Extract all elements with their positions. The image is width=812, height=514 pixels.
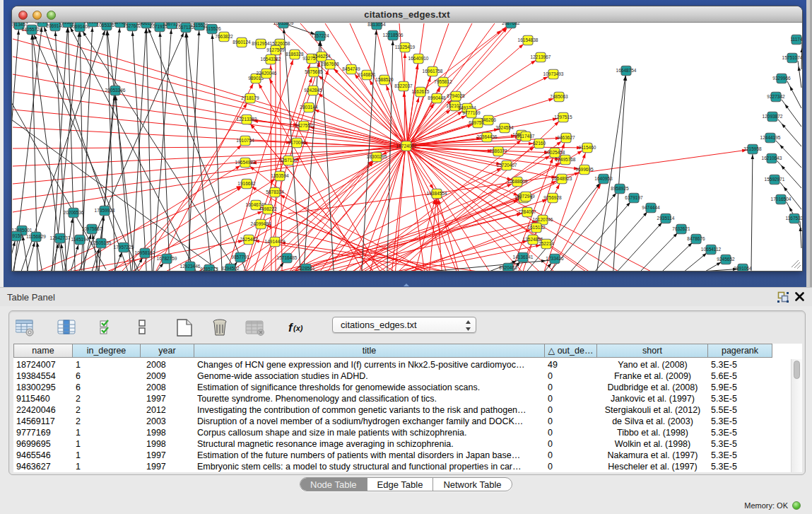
svg-text:9242845: 9242845 <box>304 88 322 93</box>
svg-text:10975867: 10975867 <box>82 226 102 231</box>
svg-text:8990448: 8990448 <box>428 95 446 100</box>
svg-text:20364436: 20364436 <box>477 134 498 139</box>
svg-text:8958925: 8958925 <box>611 186 629 191</box>
svg-text:16543382: 16543382 <box>261 57 281 62</box>
svg-text:12218506: 12218506 <box>383 33 404 37</box>
svg-text:17016504: 17016504 <box>771 197 792 201</box>
svg-text:11325419: 11325419 <box>395 45 416 49</box>
svg-text:24099484: 24099484 <box>251 221 271 226</box>
svg-text:5875685: 5875685 <box>305 69 323 74</box>
svg-text:12444195: 12444195 <box>760 135 781 140</box>
svg-text:8322037: 8322037 <box>394 83 413 88</box>
svg-text:16210643: 16210643 <box>762 156 782 160</box>
svg-text:1145194: 1145194 <box>71 237 89 242</box>
svg-text:15720407: 15720407 <box>497 163 517 168</box>
svg-text:16961758: 16961758 <box>423 69 443 74</box>
svg-text:10958107: 10958107 <box>135 250 155 255</box>
svg-text:8427552: 8427552 <box>295 123 313 128</box>
svg-text:3215958: 3215958 <box>743 146 762 151</box>
svg-text:9699695: 9699695 <box>575 167 594 172</box>
svg-text:7625402: 7625402 <box>240 237 258 242</box>
svg-text:11174: 11174 <box>790 37 802 42</box>
svg-text:5878334: 5878334 <box>266 189 284 194</box>
svg-text:39159: 39159 <box>12 233 23 238</box>
svg-text:15592971: 15592971 <box>765 177 785 182</box>
svg-text:7284067: 7284067 <box>518 209 536 214</box>
svg-text:10688609: 10688609 <box>507 179 528 184</box>
svg-text:2935114: 2935114 <box>657 216 675 221</box>
svg-text:23420046: 23420046 <box>257 71 277 76</box>
svg-text:1353594: 1353594 <box>271 173 289 178</box>
svg-text:7386372: 7386372 <box>489 148 507 153</box>
svg-text:9117487: 9117487 <box>517 134 535 139</box>
svg-text:62160: 62160 <box>533 141 546 146</box>
svg-text:16033809: 16033809 <box>273 23 294 25</box>
svg-text:252214: 252214 <box>539 241 554 246</box>
svg-text:12942737: 12942737 <box>50 235 71 240</box>
svg-text:17957225: 17957225 <box>114 245 134 250</box>
svg-text:12923446: 12923446 <box>180 264 201 269</box>
svg-text:9463627: 9463627 <box>557 135 575 140</box>
svg-text:8186328: 8186328 <box>286 52 304 57</box>
svg-text:14055724: 14055724 <box>22 27 42 32</box>
svg-text:15716485: 15716485 <box>277 255 298 260</box>
svg-text:12093872: 12093872 <box>763 114 783 119</box>
svg-text:9474444: 9474444 <box>642 205 660 210</box>
svg-text:9245652: 9245652 <box>717 257 735 262</box>
svg-text:7028561: 7028561 <box>297 266 315 271</box>
svg-text:7357224: 7357224 <box>311 33 329 38</box>
svg-text:11156829: 11156829 <box>26 234 46 239</box>
svg-text:6379197: 6379197 <box>625 195 643 200</box>
svg-text:12213967: 12213967 <box>531 54 551 59</box>
svg-text:9285713: 9285713 <box>200 267 218 271</box>
svg-text:3267130: 3267130 <box>279 158 298 163</box>
svg-text:9857791: 9857791 <box>231 255 249 259</box>
svg-text:10654112: 10654112 <box>701 247 722 252</box>
svg-text:20206536: 20206536 <box>64 210 84 215</box>
svg-text:16782759: 16782759 <box>157 256 177 261</box>
svg-text:8813054: 8813054 <box>367 23 386 27</box>
svg-text:7515526: 7515526 <box>203 26 221 31</box>
svg-text:1167533: 1167533 <box>786 216 802 221</box>
svg-text:9146821: 9146821 <box>358 72 376 77</box>
svg-text:8912954: 8912954 <box>252 41 270 46</box>
svg-text:16640910: 16640910 <box>408 56 429 61</box>
svg-text:(x): (x) <box>293 324 303 332</box>
svg-text:3024554: 3024554 <box>495 125 514 130</box>
svg-text:7632621: 7632621 <box>672 226 690 231</box>
svg-text:9170046: 9170046 <box>288 140 306 145</box>
svg-text:9777169: 9777169 <box>462 110 481 115</box>
svg-text:8478676: 8478676 <box>687 236 705 241</box>
svg-text:9756928: 9756928 <box>543 195 562 200</box>
svg-text:1010754: 1010754 <box>236 138 254 143</box>
svg-text:7485063: 7485063 <box>550 94 568 99</box>
svg-text:8294502: 8294502 <box>221 266 240 271</box>
svg-text:9891064: 9891064 <box>734 266 752 271</box>
svg-text:17359928: 17359928 <box>95 208 115 213</box>
svg-text:9227342: 9227342 <box>767 94 785 99</box>
svg-text:8454749: 8454749 <box>342 66 360 71</box>
svg-text:19654983: 19654983 <box>235 160 256 165</box>
svg-text:1640953: 1640953 <box>594 176 613 181</box>
svg-text:9127509: 9127509 <box>266 47 285 52</box>
svg-text:2718179: 2718179 <box>241 95 259 100</box>
svg-text:1615132: 1615132 <box>527 225 546 230</box>
svg-text:9115460: 9115460 <box>579 145 596 150</box>
svg-text:18724007: 18724007 <box>396 144 417 148</box>
svg-text:8920463: 8920463 <box>499 265 517 270</box>
svg-text:9329966: 9329966 <box>772 76 791 81</box>
svg-text:9072949: 9072949 <box>517 194 535 199</box>
svg-text:12505135: 12505135 <box>91 240 112 245</box>
svg-text:16548923: 16548923 <box>552 176 572 181</box>
svg-text:20053346: 20053346 <box>105 88 126 93</box>
svg-text:8960124: 8960124 <box>233 40 251 45</box>
svg-text:1297515: 1297515 <box>554 115 572 119</box>
svg-text:16648754: 16648754 <box>616 68 637 73</box>
svg-text:15751074: 15751074 <box>782 55 802 60</box>
svg-text:10025458: 10025458 <box>545 150 565 155</box>
svg-text:2803144: 2803144 <box>300 105 318 110</box>
svg-text:12495768: 12495768 <box>555 157 576 162</box>
svg-text:4498222: 4498222 <box>259 206 277 211</box>
svg-text:1546254: 1546254 <box>312 54 331 59</box>
svg-text:1916682: 1916682 <box>237 181 256 186</box>
